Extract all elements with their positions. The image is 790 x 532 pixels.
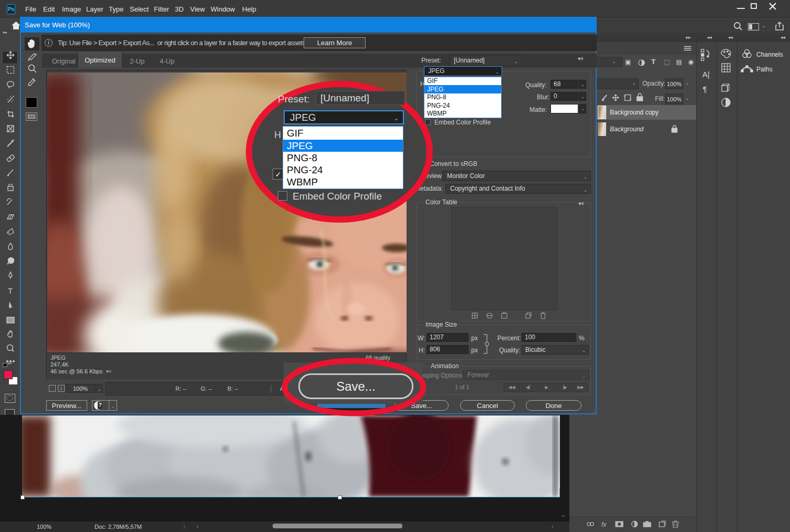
svg-text:fx: fx <box>601 521 607 528</box>
svg-text:T: T <box>8 286 13 295</box>
